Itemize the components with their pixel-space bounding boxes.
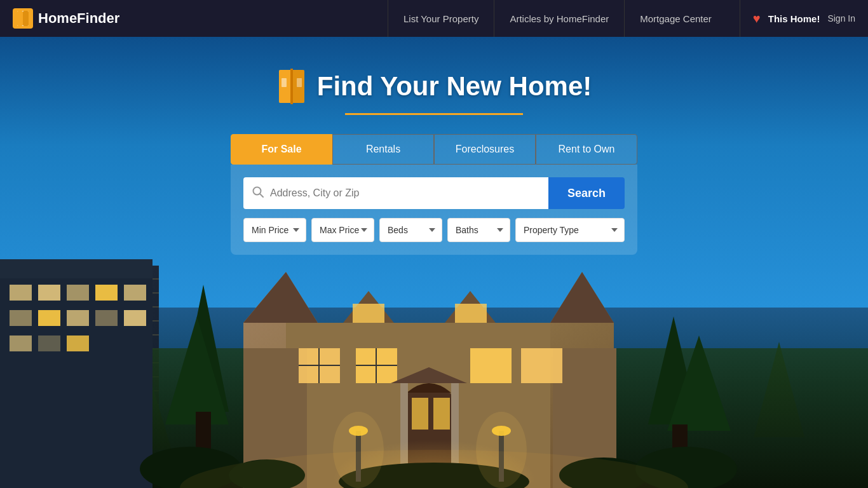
search-button[interactable]: Search xyxy=(548,177,625,209)
svg-rect-7 xyxy=(0,259,153,278)
nav-link-list-property[interactable]: List Your Property xyxy=(388,0,494,37)
svg-rect-18 xyxy=(10,336,32,351)
search-input-wrapper xyxy=(243,177,548,209)
search-input-icon xyxy=(252,186,264,201)
baths-select[interactable]: Baths 1+ 2+ 3+ 4+ xyxy=(447,218,510,242)
svg-rect-10 xyxy=(67,285,89,301)
svg-rect-29 xyxy=(353,304,384,323)
nav-link-mortgage[interactable]: Mortgage Center xyxy=(624,0,727,37)
property-type-select[interactable]: Property Type Single Family Condo Townho… xyxy=(515,218,625,242)
beds-select[interactable]: Beds 1+ 2+ 3+ 4+ 5+ xyxy=(379,218,442,242)
tab-for-sale[interactable]: For Sale xyxy=(231,134,332,165)
hero-title: Find Your New Home! xyxy=(317,71,592,102)
svg-rect-67 xyxy=(281,78,287,87)
nav-link-articles[interactable]: Articles by HomeFinder xyxy=(494,0,624,37)
svg-marker-23 xyxy=(550,272,614,323)
svg-rect-16 xyxy=(95,310,118,326)
svg-rect-17 xyxy=(124,310,146,326)
tab-foreclosures[interactable]: Foreclosures xyxy=(434,134,536,165)
min-price-select[interactable]: Min Price $50,000 $100,000 $150,000 $200… xyxy=(243,218,306,242)
brand-logo[interactable]: HomeFinder xyxy=(13,8,119,29)
svg-rect-14 xyxy=(38,310,60,326)
svg-rect-8 xyxy=(10,285,32,301)
svg-rect-30 xyxy=(455,304,487,323)
svg-marker-22 xyxy=(243,272,318,323)
search-box-container: Search Min Price $50,000 $100,000 $150,0… xyxy=(231,165,637,255)
svg-rect-19 xyxy=(38,336,60,351)
hero-title-row: Find Your New Home! xyxy=(276,69,592,104)
svg-rect-11 xyxy=(95,285,118,301)
svg-rect-13 xyxy=(10,310,32,326)
this-home-label[interactable]: This Home! xyxy=(768,13,820,24)
svg-rect-34 xyxy=(521,348,562,383)
brand-icon xyxy=(13,8,33,29)
svg-rect-12 xyxy=(124,285,146,301)
svg-rect-6 xyxy=(0,272,153,488)
tab-rent-to-own[interactable]: Rent to Own xyxy=(536,134,637,165)
svg-rect-9 xyxy=(38,285,60,301)
filter-row: Min Price $50,000 $100,000 $150,000 $200… xyxy=(243,218,625,242)
hero-content: Find Your New Home! For Sale Rentals For… xyxy=(0,37,868,255)
door-icon xyxy=(276,69,307,104)
svg-rect-3 xyxy=(17,11,23,26)
nav-right: ♥ This Home! Sign In xyxy=(740,0,855,37)
navbar: HomeFinder List Your Property Articles b… xyxy=(0,0,868,37)
search-input[interactable] xyxy=(270,177,539,209)
hero-section: Find Your New Home! For Sale Rentals For… xyxy=(0,37,868,488)
search-tabs: For Sale Rentals Foreclosures Rent to Ow… xyxy=(231,134,637,165)
tab-rentals[interactable]: Rentals xyxy=(332,134,434,165)
title-underline xyxy=(345,113,523,115)
svg-rect-4 xyxy=(23,11,29,26)
svg-rect-33 xyxy=(470,348,512,383)
brand-name: HomeFinder xyxy=(38,10,119,27)
sign-in-link[interactable]: Sign In xyxy=(827,13,855,24)
svg-rect-68 xyxy=(297,78,302,87)
search-input-row: Search xyxy=(243,177,625,209)
svg-rect-15 xyxy=(67,310,89,326)
svg-rect-20 xyxy=(67,336,89,351)
nav-links: List Your Property Articles by HomeFinde… xyxy=(388,0,727,37)
svg-line-71 xyxy=(260,194,263,197)
max-price-select[interactable]: Max Price $100,000 $150,000 $200,000 $25… xyxy=(311,218,374,242)
heart-icon: ♥ xyxy=(753,11,761,26)
svg-rect-69 xyxy=(290,69,293,104)
